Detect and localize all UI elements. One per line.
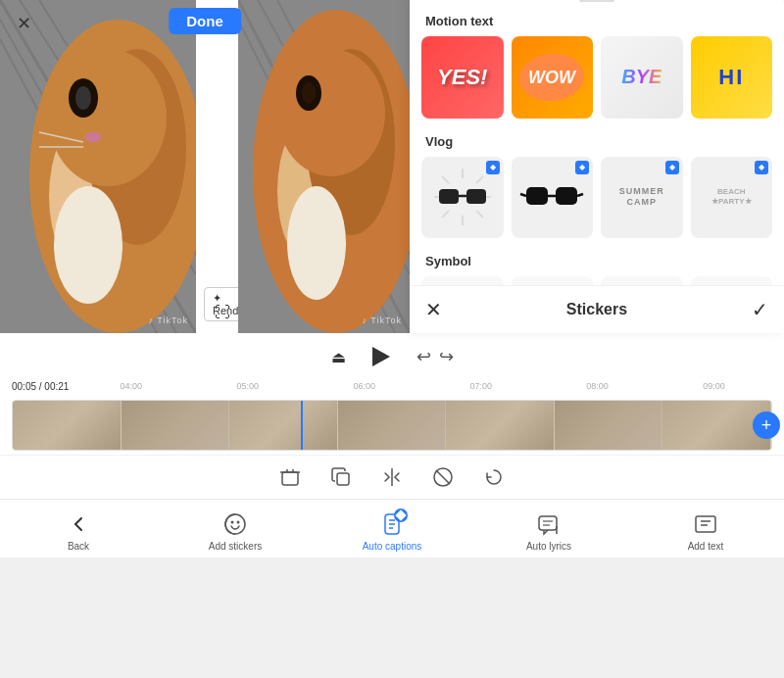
sticker-vlog-4[interactable]: ◆ BEACH★PARTY★ — [691, 157, 773, 239]
strip-frame-1 — [13, 401, 122, 450]
text-icon — [692, 510, 719, 538]
sticker-vlog-3[interactable]: ◆ SUMMERCAMP — [601, 157, 683, 239]
section-title-symbol: Symbol — [410, 250, 784, 276]
svg-rect-46 — [282, 472, 298, 485]
watermark-left: ♪ TikTok — [148, 315, 188, 325]
copy-icon[interactable] — [327, 463, 355, 491]
svg-point-15 — [54, 186, 122, 304]
sticker-icon — [221, 510, 249, 538]
svg-rect-41 — [526, 187, 548, 205]
premium-nav-badge — [394, 508, 408, 522]
sticker-symbol-2[interactable] — [512, 276, 594, 285]
auto-captions-label: Auto captions — [363, 541, 422, 552]
split-icon[interactable] — [378, 463, 406, 491]
svg-point-24 — [277, 49, 385, 176]
playhead — [301, 401, 303, 450]
add-clip-button[interactable]: + — [753, 412, 780, 439]
sticker-symbol-1[interactable] — [421, 276, 504, 285]
vlog-grid: ◆ — [410, 157, 784, 239]
section-title-vlog: Vlog — [410, 130, 784, 157]
sticker-symbol-3[interactable] — [601, 276, 683, 285]
mute-icon[interactable] — [429, 463, 457, 491]
lyrics-icon — [535, 510, 563, 538]
done-button[interactable]: Done — [169, 8, 241, 34]
strip-frame-2 — [122, 401, 230, 450]
undo-button[interactable]: ↩ — [416, 346, 431, 367]
mark-07: 07:00 — [422, 381, 539, 391]
svg-point-55 — [231, 520, 234, 523]
mark-05: 05:00 — [189, 381, 306, 391]
redo-button[interactable]: ↪ — [439, 346, 454, 367]
nav-add-text[interactable]: Add text — [627, 510, 784, 552]
svg-point-56 — [237, 520, 240, 523]
svg-line-44 — [520, 194, 526, 196]
nav-auto-lyrics[interactable]: Auto lyrics — [470, 510, 627, 552]
panel-title: Stickers — [566, 301, 627, 318]
svg-line-53 — [436, 470, 450, 484]
summer-label: SUMMERCAMP — [619, 186, 664, 209]
video-preview-right: ♪ TikTok — [238, 0, 410, 333]
cat-fur-left — [0, 0, 196, 333]
mark-09: 09:00 — [656, 381, 772, 391]
svg-line-34 — [442, 176, 449, 183]
nav-auto-captions[interactable]: Auto captions — [314, 510, 470, 552]
bottom-nav: Back Add stickers — [0, 499, 784, 557]
svg-point-9 — [49, 49, 167, 186]
svg-rect-42 — [556, 187, 577, 205]
strip-frame-3 — [229, 401, 338, 450]
play-icon — [372, 347, 390, 366]
video-gap: ✦ Render ⛶ — [196, 0, 238, 333]
mark-04: 04:00 — [73, 381, 189, 391]
beach-party-label: BEACH★PARTY★ — [711, 187, 752, 208]
video-preview-left: ♪ TikTok — [0, 0, 196, 333]
svg-point-11 — [75, 86, 91, 110]
video-strip[interactable] — [12, 400, 772, 451]
timeline-ruler: 00:05 / 00:21 04:00 05:00 06:00 07:00 08… — [0, 376, 784, 396]
section-title-motion: Motion text — [410, 10, 784, 36]
video-strip-container: + — [0, 396, 784, 455]
edit-toolbar — [0, 455, 784, 499]
sticker-symbol-4[interactable] — [691, 276, 773, 285]
strip-frame-6 — [555, 401, 663, 450]
sticker-bye[interactable]: BYE — [601, 36, 683, 119]
ruler-marks: 04:00 05:00 06:00 07:00 08:00 09:00 — [73, 381, 772, 391]
svg-point-12 — [85, 132, 101, 142]
back-label: Back — [68, 541, 89, 552]
fullscreen-button[interactable]: ⛶ — [215, 304, 230, 321]
svg-line-45 — [577, 194, 583, 196]
motion-text-grid: YES! WOW BYE — [410, 36, 784, 119]
sticker-wow[interactable]: WOW — [512, 36, 594, 119]
sticker-hi[interactable]: HI — [691, 36, 773, 119]
panel-close-button[interactable]: ✕ — [425, 298, 442, 321]
svg-rect-38 — [439, 189, 459, 204]
timeline-controls: ⏏ ↩ ↪ — [0, 333, 784, 376]
sticker-panel: Motion text YES! WOW — [410, 0, 784, 333]
mark-06: 06:00 — [306, 381, 422, 391]
sticker-vlog-1[interactable]: ◆ — [421, 157, 504, 239]
undo-redo-group: ↩ ↪ — [416, 346, 454, 367]
svg-line-37 — [442, 211, 449, 218]
add-text-label: Add text — [688, 541, 724, 552]
eject-button[interactable]: ⏏ — [331, 348, 346, 366]
strip-frame-5 — [446, 401, 555, 450]
svg-rect-61 — [539, 516, 557, 530]
sticker-yes[interactable]: YES! — [421, 36, 504, 119]
premium-badge-2: ◆ — [575, 161, 589, 174]
add-stickers-label: Add stickers — [209, 541, 262, 552]
nav-back[interactable]: Back — [0, 510, 157, 552]
sticker-vlog-2[interactable]: ◆ — [512, 157, 594, 239]
svg-rect-50 — [337, 473, 349, 485]
loop-icon[interactable] — [480, 463, 508, 491]
captions-icon — [378, 510, 406, 538]
nav-add-stickers[interactable]: Add stickers — [157, 510, 314, 552]
premium-badge-3: ◆ — [665, 161, 679, 174]
play-button[interactable] — [366, 341, 397, 372]
delete-icon[interactable] — [276, 463, 304, 491]
close-button[interactable]: ✕ — [10, 10, 37, 37]
premium-badge-4: ◆ — [755, 161, 768, 174]
strip-frame-4 — [338, 401, 447, 450]
svg-line-35 — [476, 211, 483, 218]
panel-confirm-button[interactable]: ✓ — [752, 298, 768, 321]
panel-bottom: ✕ Stickers ✓ — [410, 285, 784, 333]
svg-text:WOW: WOW — [528, 68, 577, 87]
